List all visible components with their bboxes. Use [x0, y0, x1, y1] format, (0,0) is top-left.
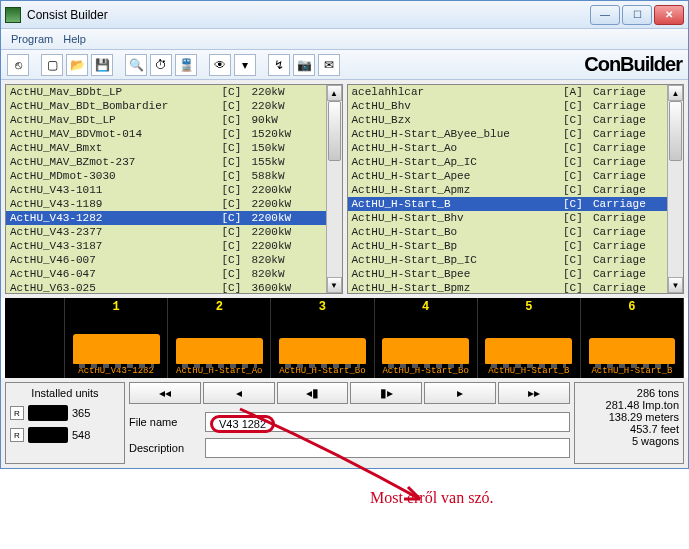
list-row[interactable]: ActHU_MAV_BZmot-237[C]155kW [6, 155, 326, 169]
app-icon [5, 7, 21, 23]
brand-label: ConBuilder [584, 53, 682, 76]
tool-exit[interactable]: ⎋ [7, 54, 29, 76]
list-row[interactable]: ActHU_H-Start_Bp[C]Carriage [348, 239, 668, 253]
car-icon [28, 427, 68, 443]
tool-consist[interactable]: 🚆 [175, 54, 197, 76]
carriage-list[interactable]: acelahhlcar[A]CarriageActHU_Bhv[C]Carria… [347, 84, 685, 294]
list-row[interactable]: ActHU_H-Start_Apee[C]Carriage [348, 169, 668, 183]
list-row[interactable]: ActHU_Mav_BDt_Bombardier[C]220kW [6, 99, 326, 113]
tool-mail[interactable]: ✉ [318, 54, 340, 76]
stats-panel: 286 tons 281.48 Imp.ton 138.29 meters 45… [574, 382, 684, 464]
list-row[interactable]: ActHU_V46-047[C]820kW [6, 267, 326, 281]
tool-save[interactable]: 💾 [91, 54, 113, 76]
tool-dropdown[interactable]: ▾ [234, 54, 256, 76]
list-row[interactable]: ActHU_Mav_BDt_LP[C]90kW [6, 113, 326, 127]
consist-slot[interactable]: 2ActHU_H-Start_Ao [168, 298, 271, 378]
consist-slot[interactable]: 3ActHU_H-Start_Bo [271, 298, 374, 378]
stat-wagons: 5 wagons [579, 435, 679, 447]
list-row[interactable]: acelahhlcar[A]Carriage [348, 85, 668, 99]
list-row[interactable]: ActHU_H-Start_Bo[C]Carriage [348, 225, 668, 239]
list-row[interactable]: ActHU_V43-2377[C]2200kW [6, 225, 326, 239]
nav-step-back[interactable]: ◂▮ [277, 382, 349, 404]
toolbar: ⎋ ▢ 📂 💾 🔍 ⏱ 🚆 👁 ▾ ↯ 📷 ✉ ConBuilder [1, 50, 688, 80]
nav-last[interactable]: ▸▸ [498, 382, 570, 404]
stat-meters: 138.29 meters [579, 411, 679, 423]
nav-prev[interactable]: ◂ [203, 382, 275, 404]
annotation-layer: Most erről van szó. [0, 469, 689, 519]
list-row[interactable]: ActHU_Bhv[C]Carriage [348, 99, 668, 113]
list-row[interactable]: ActHU_V43-1282[C]2200kW [6, 211, 326, 225]
menubar: Program Help [1, 29, 688, 50]
list-row[interactable]: ActHU_H-Start_Bhv[C]Carriage [348, 211, 668, 225]
consist-slot[interactable]: 4ActHU_H-Start_Bo [375, 298, 478, 378]
stat-impton: 281.48 Imp.ton [579, 399, 679, 411]
tool-view[interactable]: 👁 [209, 54, 231, 76]
scroll-down-icon[interactable]: ▼ [668, 277, 683, 293]
list-row[interactable]: ActHU_Bzx[C]Carriage [348, 113, 668, 127]
list-row[interactable]: ActHU_Mav_BDbt_LP[C]220kW [6, 85, 326, 99]
reverse-toggle-1[interactable]: R [10, 406, 24, 420]
file-name-input[interactable]: V43 1282 [205, 412, 570, 432]
file-name-value: V43 1282 [210, 415, 275, 433]
list-row[interactable]: ActHU_MAV_Bmxt[C]150kW [6, 141, 326, 155]
description-label: Description [129, 442, 199, 454]
stat-feet: 453.7 feet [579, 423, 679, 435]
list-row[interactable]: ActHU_H-Start_AByee_blue[C]Carriage [348, 127, 668, 141]
app-window: Consist Builder — ☐ ✕ Program Help ⎋ ▢ 📂… [0, 0, 689, 469]
scroll-up-icon[interactable]: ▲ [668, 85, 683, 101]
list-row[interactable]: ActHU_H-Start_B[C]Carriage [348, 197, 668, 211]
list-row[interactable]: ActHU_V43-1189[C]2200kW [6, 197, 326, 211]
list-row[interactable]: ActHU_V43-1011[C]2200kW [6, 183, 326, 197]
tool-link[interactable]: ↯ [268, 54, 290, 76]
nav-step-fwd[interactable]: ▮▸ [350, 382, 422, 404]
engine-list[interactable]: ActHU_Mav_BDbt_LP[C]220kWActHU_Mav_BDt_B… [5, 84, 343, 294]
list-row[interactable]: ActHU_MAV_BDVmot-014[C]1520kW [6, 127, 326, 141]
file-name-label: File name [129, 416, 199, 428]
tool-new[interactable]: ▢ [41, 54, 63, 76]
consist-slot[interactable]: 5ActHU_H-Start_B [478, 298, 581, 378]
close-button[interactable]: ✕ [654, 5, 684, 25]
list-row[interactable]: ActHU_H-Start_Ao[C]Carriage [348, 141, 668, 155]
list-row[interactable]: ActHU_MDmot-3030[C]588kW [6, 169, 326, 183]
list-row[interactable]: ActHU_V63-025[C]3600kW [6, 281, 326, 293]
description-input[interactable] [205, 438, 570, 458]
carriage-scrollbar[interactable]: ▲ ▼ [667, 85, 683, 293]
list-row[interactable]: ActHU_H-Start_Bp_IC[C]Carriage [348, 253, 668, 267]
list-row[interactable]: ActHU_H-Start_Bpmz[C]Carriage [348, 281, 668, 293]
reverse-toggle-2[interactable]: R [10, 428, 24, 442]
consist-lead-blank [5, 298, 65, 378]
consist-slot[interactable]: 1ActHU_V43-1282 [65, 298, 168, 378]
nav-next[interactable]: ▸ [424, 382, 496, 404]
installed-units-panel: Installed units R 365 R 548 [5, 382, 125, 464]
tool-timer[interactable]: ⏱ [150, 54, 172, 76]
consist-strip: 1ActHU_V43-12822ActHU_H-Start_Ao3ActHU_H… [5, 298, 684, 378]
list-row[interactable]: ActHU_V43-3187[C]2200kW [6, 239, 326, 253]
consist-slot[interactable]: 6ActHU_H-Start_B [581, 298, 684, 378]
installed-count-1: 365 [72, 407, 90, 419]
scroll-thumb[interactable] [669, 101, 682, 161]
minimize-button[interactable]: — [590, 5, 620, 25]
menu-program[interactable]: Program [11, 33, 53, 45]
tool-open[interactable]: 📂 [66, 54, 88, 76]
loco-icon [28, 405, 68, 421]
installed-units-title: Installed units [10, 387, 120, 399]
list-row[interactable]: ActHU_V46-007[C]820kW [6, 253, 326, 267]
annotation-text: Most erről van szó. [370, 489, 494, 507]
installed-count-2: 548 [72, 429, 90, 441]
stat-tons: 286 tons [579, 387, 679, 399]
scroll-up-icon[interactable]: ▲ [327, 85, 342, 101]
menu-help[interactable]: Help [63, 33, 86, 45]
scroll-down-icon[interactable]: ▼ [327, 277, 342, 293]
fields-panel: ◂◂ ◂ ◂▮ ▮▸ ▸ ▸▸ File name V43 1282 Descr… [129, 382, 570, 464]
window-title: Consist Builder [27, 8, 108, 22]
tool-camera[interactable]: 📷 [293, 54, 315, 76]
scroll-thumb[interactable] [328, 101, 341, 161]
engine-scrollbar[interactable]: ▲ ▼ [326, 85, 342, 293]
maximize-button[interactable]: ☐ [622, 5, 652, 25]
list-row[interactable]: ActHU_H-Start_Apmz[C]Carriage [348, 183, 668, 197]
list-row[interactable]: ActHU_H-Start_Bpee[C]Carriage [348, 267, 668, 281]
list-row[interactable]: ActHU_H-Start_Ap_IC[C]Carriage [348, 155, 668, 169]
nav-first[interactable]: ◂◂ [129, 382, 201, 404]
tool-find[interactable]: 🔍 [125, 54, 147, 76]
titlebar: Consist Builder — ☐ ✕ [1, 1, 688, 29]
